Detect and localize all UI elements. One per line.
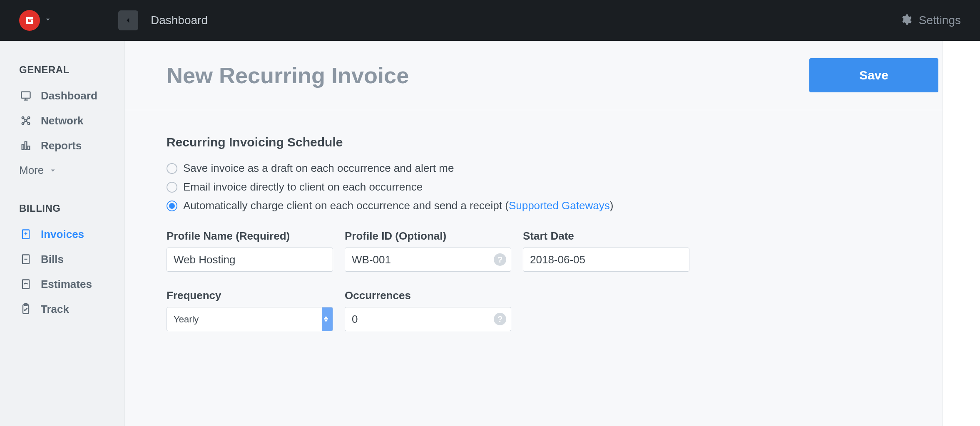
topbar-left: Dashboard <box>19 10 208 31</box>
radio-icon <box>167 163 177 174</box>
frequency-label: Frequency <box>167 289 333 302</box>
supported-gateways-link[interactable]: Supported Gateways <box>509 199 610 212</box>
schedule-option-charge[interactable]: Automatically charge client on each occu… <box>167 199 938 212</box>
svg-rect-14 <box>28 146 30 149</box>
page-header: New Recurring Invoice Save <box>125 41 980 110</box>
schedule-option-email[interactable]: Email invoice directly to client on each… <box>167 181 938 193</box>
radio-label: Automatically charge client on each occu… <box>183 199 613 212</box>
help-icon[interactable]: ? <box>494 313 506 325</box>
track-icon <box>19 302 32 316</box>
back-button[interactable] <box>118 10 138 30</box>
start-date-label: Start Date <box>523 230 689 243</box>
schedule-option-draft[interactable]: Save invoice as a draft on each occurren… <box>167 162 938 175</box>
sidebar-item-label: Estimates <box>41 278 92 291</box>
chevron-down-icon <box>49 166 57 175</box>
field-profile-name: Profile Name (Required) <box>167 230 333 272</box>
radio-icon <box>167 182 177 193</box>
svg-rect-0 <box>22 92 30 98</box>
invoices-icon <box>19 228 32 241</box>
form-row-2: Frequency Yearly Occurrences <box>167 289 938 331</box>
sidebar-item-network[interactable]: Network <box>0 108 124 133</box>
reports-icon <box>19 139 32 152</box>
svg-line-8 <box>24 119 25 120</box>
sidebar-item-reports[interactable]: Reports <box>0 133 124 158</box>
radio-icon <box>167 201 177 211</box>
field-occurrences: Occurrences ? <box>345 289 511 331</box>
profile-name-input[interactable] <box>167 248 333 272</box>
svg-line-9 <box>27 119 28 120</box>
start-date-input[interactable] <box>523 248 689 272</box>
profile-id-label: Profile ID (Optional) <box>345 230 511 243</box>
topbar-right: Settings <box>900 13 961 27</box>
svg-rect-20 <box>22 280 29 289</box>
sidebar-item-bills[interactable]: Bills <box>0 247 124 272</box>
caret-down-icon <box>44 16 52 25</box>
app-logo-icon <box>19 10 40 31</box>
svg-line-10 <box>24 121 25 123</box>
svg-point-4 <box>28 117 30 119</box>
profile-id-input[interactable] <box>345 248 511 272</box>
sidebar-item-estimates[interactable]: Estimates <box>0 272 124 297</box>
estimates-icon <box>19 277 32 291</box>
svg-point-3 <box>22 117 24 119</box>
main: New Recurring Invoice Save Recurring Inv… <box>125 41 980 426</box>
help-icon[interactable]: ? <box>494 253 506 266</box>
logo-dropdown[interactable] <box>19 10 52 31</box>
sidebar-item-label: Reports <box>41 139 82 152</box>
sidebar-section-billing: BILLING <box>0 195 124 222</box>
topbar: Dashboard Settings <box>0 0 980 41</box>
sidebar-item-invoices[interactable]: Invoices <box>0 222 124 247</box>
radio-label-text: Automatically charge client on each occu… <box>183 199 509 212</box>
network-icon <box>19 114 32 127</box>
frequency-select[interactable]: Yearly <box>167 307 333 331</box>
page-title: New Recurring Invoice <box>167 62 409 88</box>
sidebar-more[interactable]: More <box>0 158 124 183</box>
profile-name-label: Profile Name (Required) <box>167 230 333 243</box>
sidebar-item-track[interactable]: Track <box>0 297 124 322</box>
gear-icon[interactable] <box>900 13 912 27</box>
field-start-date: Start Date <box>523 230 689 272</box>
sidebar-item-label: Bills <box>41 253 64 266</box>
sidebar-item-dashboard[interactable]: Dashboard <box>0 83 124 108</box>
svg-rect-12 <box>22 145 24 150</box>
svg-point-6 <box>28 123 30 125</box>
svg-point-7 <box>25 120 27 122</box>
right-gutter <box>943 41 980 426</box>
form-row-1: Profile Name (Required) Profile ID (Opti… <box>167 230 938 272</box>
breadcrumb[interactable]: Dashboard <box>151 14 208 27</box>
settings-link[interactable]: Settings <box>919 14 961 27</box>
sidebar-item-label: Network <box>41 114 84 127</box>
sidebar-item-label: Track <box>41 303 69 316</box>
content: Recurring Invoicing Schedule Save invoic… <box>125 110 980 356</box>
occurrences-input[interactable] <box>345 307 511 331</box>
occurrences-label: Occurrences <box>345 289 511 302</box>
body: GENERAL Dashboard Network Reports More B… <box>0 41 980 426</box>
svg-point-5 <box>22 123 24 125</box>
sidebar: GENERAL Dashboard Network Reports More B… <box>0 41 125 426</box>
sidebar-section-general: GENERAL <box>0 57 124 83</box>
radio-label-suffix: ) <box>610 199 614 212</box>
schedule-section-title: Recurring Invoicing Schedule <box>167 135 938 149</box>
save-button[interactable]: Save <box>809 58 938 92</box>
field-profile-id: Profile ID (Optional) ? <box>345 230 511 272</box>
bills-icon <box>19 253 32 266</box>
sidebar-more-label: More <box>19 164 44 177</box>
radio-label: Save invoice as a draft on each occurren… <box>183 162 454 175</box>
radio-label: Email invoice directly to client on each… <box>183 181 423 193</box>
sidebar-item-label: Invoices <box>41 228 84 241</box>
dashboard-icon <box>19 89 32 102</box>
sidebar-item-label: Dashboard <box>41 89 97 102</box>
svg-line-11 <box>27 121 28 123</box>
field-frequency: Frequency Yearly <box>167 289 333 331</box>
svg-rect-13 <box>25 142 27 150</box>
